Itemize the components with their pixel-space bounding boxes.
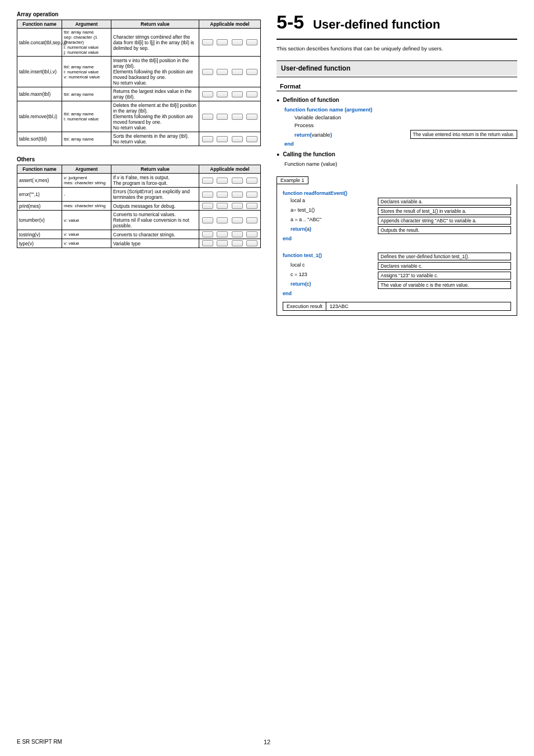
model-box [232, 203, 243, 209]
fn-cell: table.concat(tbl,sep,i,j) [17, 29, 62, 57]
example-desc: Outputs the result. [378, 226, 511, 234]
model-box [202, 69, 213, 75]
example-code: c = 123 [283, 272, 378, 277]
model-box [217, 114, 228, 120]
fn-cell: error("",1) [17, 188, 62, 202]
model-box [202, 192, 213, 198]
model-box [246, 240, 257, 246]
ret-cell: Returns the largest index value in the a… [111, 87, 199, 101]
applicable-model-cell [199, 29, 261, 57]
example-code: a= test_1() [283, 207, 378, 213]
col-fn: Function name [17, 20, 62, 29]
ret-cell: Converts to numerical values.Returns nil… [111, 211, 199, 230]
arg-cell: tbl: array name [62, 132, 111, 146]
example-desc: The value of variable c is the return va… [378, 281, 511, 289]
model-box [232, 39, 243, 45]
table-row: table.maxn(tbl)tbl: array nameReturns th… [17, 87, 261, 101]
ret-cell: Variable type [111, 239, 199, 248]
model-box [202, 240, 213, 246]
call-line: Function name (value) [284, 161, 338, 167]
fn-cell: table.sort(tbl) [17, 132, 62, 146]
model-box [246, 203, 257, 209]
example-row: a = a .. "ABC"Appends character string "… [283, 217, 511, 225]
ex2-fn: function test_1() [283, 253, 322, 258]
def-return-kw: return( [294, 132, 312, 138]
model-box [232, 217, 243, 223]
array-operation-table: Function name Argument Return value Appl… [17, 20, 261, 146]
applicable-model-cell [199, 132, 261, 146]
example-code: local a [283, 198, 378, 203]
fn-cell: table.maxn(tbl) [17, 87, 62, 101]
table-row: table.insert(tbl,i,v)tbl: array namei: n… [17, 57, 261, 87]
applicable-model-cell [199, 57, 261, 87]
fn-cell: table.remove(tbl,i) [17, 101, 62, 132]
arg-cell: tbl: array namei: numerical value [62, 101, 111, 132]
exec-label: Execution result [283, 302, 326, 311]
arg-cell: mes: character string [62, 202, 111, 211]
model-box [246, 69, 257, 75]
others-table: Function name Argument Return value Appl… [17, 165, 261, 248]
format-title: Format [280, 83, 517, 90]
ret-cell: If v is False, mes is output.The program… [111, 174, 199, 188]
chapter-intro: This section describes functions that ca… [277, 45, 517, 52]
fn-cell: type(v) [17, 239, 62, 248]
table-row: tonumber(v)v: valueConverts to numerical… [17, 211, 261, 230]
model-box [246, 231, 257, 237]
applicable-model-cell [199, 230, 261, 239]
fn-cell: assert( v,mes) [17, 174, 62, 188]
fn-cell: tonumber(v) [17, 211, 62, 230]
footer-left: E SR SCRIPT RM [17, 739, 62, 745]
ret-cell: Character strings combined after the dat… [111, 29, 199, 57]
model-box [232, 91, 243, 97]
model-box [232, 69, 243, 75]
footer-page: 12 [264, 739, 270, 745]
ex2-end: end [283, 291, 292, 296]
ret-cell: Sorts the elements in the array (tbl).No… [111, 132, 199, 146]
example-desc: Declares variable c. [378, 262, 511, 270]
ret-cell: Inserts v into the tbl[i] position in th… [111, 57, 199, 87]
table-row: table.concat(tbl,sep,i,j)tbl: array name… [17, 29, 261, 57]
def-process: Process [294, 122, 313, 128]
table-row: print(mes)mes: character stringOutputs m… [17, 202, 261, 211]
table-row: assert( v,mes)v: judgmentmes: character … [17, 174, 261, 188]
model-box [217, 39, 228, 45]
model-box [202, 217, 213, 223]
model-box [232, 192, 243, 198]
def-end: end [284, 141, 294, 147]
model-box [202, 203, 213, 209]
applicable-model-cell [199, 101, 261, 132]
applicable-model-cell [199, 211, 261, 230]
model-box [217, 136, 228, 142]
applicable-model-cell [199, 202, 261, 211]
model-box [217, 69, 228, 75]
arg-cell: tbl: array namei: numerical valuev: nume… [62, 57, 111, 87]
col-arg: Argument [62, 20, 111, 29]
example-code: return(c) [283, 281, 378, 287]
table-row: table.sort(tbl)tbl: array nameSorts the … [17, 132, 261, 146]
example-code: a = a .. "ABC" [283, 217, 378, 222]
model-box [232, 114, 243, 120]
subsection-title: User-defined function [277, 60, 517, 76]
example-label: Example 1 [277, 176, 308, 184]
example-row: c = 123Assigns "123" to variable c. [283, 272, 511, 279]
arg-cell: v: value [62, 239, 111, 248]
calling-heading: Calling the function [277, 151, 517, 157]
arg-cell: v: judgmentmes: character string [62, 174, 111, 188]
example-row: return(a)Outputs the result. [283, 226, 511, 234]
arg-cell: tbl: array name [62, 87, 111, 101]
def-return-note: The value entered into return is the ret… [410, 130, 517, 139]
table-row: tostring(v)v: valueConverts to character… [17, 230, 261, 239]
col-ret: Return value [111, 165, 199, 174]
applicable-model-cell [199, 174, 261, 188]
model-box [202, 178, 213, 184]
table-row: type(v)v: valueVariable type [17, 239, 261, 248]
model-box [246, 114, 257, 120]
model-box [217, 203, 228, 209]
definition-heading: Definition of function [277, 97, 517, 103]
def-signature: function function name (argument) [284, 106, 372, 113]
chapter-number: 5-5 [277, 11, 304, 33]
model-box [217, 231, 228, 237]
model-box [232, 240, 243, 246]
model-box [246, 192, 257, 198]
array-operation-title: Array operation [17, 11, 261, 17]
